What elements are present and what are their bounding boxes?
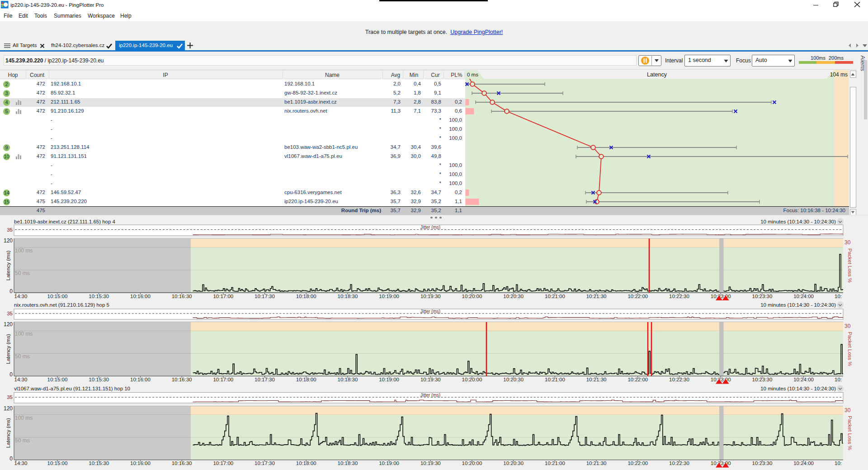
svg-text:14:30: 14:30 xyxy=(14,294,28,299)
svg-text:10:21:00: 10:21:00 xyxy=(545,294,565,299)
svg-text:10:20:00: 10:20:00 xyxy=(462,377,482,382)
svg-text:Jitter (ms): Jitter (ms) xyxy=(420,225,440,230)
svg-text:10:: 10: xyxy=(835,461,842,466)
svg-text:10:17:00: 10:17:00 xyxy=(213,461,233,466)
svg-text:10:17:00: 10:17:00 xyxy=(213,294,233,299)
svg-text:10:23:30: 10:23:30 xyxy=(752,294,773,299)
svg-text:104 ms: 104 ms xyxy=(830,71,848,78)
svg-text:10 minutes (10:14:30 - 10:24:3: 10 minutes (10:14:30 - 10:24:30) xyxy=(760,386,836,391)
svg-text:10:17:30: 10:17:30 xyxy=(255,294,275,299)
svg-text:10:15:30: 10:15:30 xyxy=(89,461,109,466)
svg-text:10:16:30: 10:16:30 xyxy=(172,377,192,382)
svg-text:10:18:30: 10:18:30 xyxy=(338,461,358,466)
svg-text:Jitter (ms): Jitter (ms) xyxy=(420,393,440,398)
svg-text:10:21:00: 10:21:00 xyxy=(545,377,565,382)
svg-text:be1.1019-asbr.inext.cz (212.11: be1.1019-asbr.inext.cz (212.111.1.65) ho… xyxy=(14,219,116,224)
svg-text:10:15:30: 10:15:30 xyxy=(89,377,109,382)
svg-text:0: 0 xyxy=(9,288,13,294)
svg-text:10:24:00: 10:24:00 xyxy=(793,461,814,466)
svg-text:vl1067.waw-d1-a75.pl.eu (91.12: vl1067.waw-d1-a75.pl.eu (91.121.131.151)… xyxy=(14,386,130,391)
svg-text:10:19:30: 10:19:30 xyxy=(420,377,441,382)
svg-text:10:17:30: 10:17:30 xyxy=(255,377,275,382)
svg-text:120: 120 xyxy=(4,321,13,328)
svg-text:10:21:30: 10:21:30 xyxy=(586,377,607,382)
svg-text:30: 30 xyxy=(844,239,851,246)
svg-text:10:20:00: 10:20:00 xyxy=(462,461,482,466)
svg-text:10:18:30: 10:18:30 xyxy=(338,377,358,382)
svg-text:Packet Loss %: Packet Loss % xyxy=(847,248,853,283)
svg-text:0: 0 xyxy=(9,456,13,462)
svg-text:10:20:30: 10:20:30 xyxy=(503,377,524,382)
svg-text:10:23:30: 10:23:30 xyxy=(752,461,773,466)
svg-text:Packet Loss %: Packet Loss % xyxy=(847,416,853,450)
svg-text:50 ms: 50 ms xyxy=(15,353,30,360)
svg-text:Latency (ms): Latency (ms) xyxy=(5,418,11,448)
svg-text:Jitter (ms): Jitter (ms) xyxy=(420,309,440,314)
svg-text:50 ms: 50 ms xyxy=(15,437,30,444)
svg-text:35: 35 xyxy=(7,227,13,233)
svg-text:14:30: 14:30 xyxy=(14,461,28,466)
svg-text:10:18:30: 10:18:30 xyxy=(338,294,358,299)
svg-text:10:21:30: 10:21:30 xyxy=(586,461,607,466)
svg-text:0 ms: 0 ms xyxy=(467,72,478,77)
svg-text:10:22:30: 10:22:30 xyxy=(669,461,689,466)
svg-text:100 ms: 100 ms xyxy=(15,331,33,337)
svg-text:120: 120 xyxy=(4,237,13,244)
svg-text:10:17:00: 10:17:00 xyxy=(213,377,233,382)
svg-text:10:22:30: 10:22:30 xyxy=(669,377,689,382)
svg-text:10:23:30: 10:23:30 xyxy=(752,377,773,382)
svg-text:100 ms: 100 ms xyxy=(15,415,33,421)
svg-text:10:20:30: 10:20:30 xyxy=(503,461,524,466)
svg-text:10:24:00: 10:24:00 xyxy=(793,377,814,382)
svg-text:10:19:00: 10:19:00 xyxy=(379,294,399,299)
svg-text:Latency (ms): Latency (ms) xyxy=(5,334,11,364)
svg-text:10:19:30: 10:19:30 xyxy=(420,461,441,466)
svg-text:0: 0 xyxy=(9,371,13,378)
svg-text:Latency: Latency xyxy=(647,71,667,78)
svg-text:10:18:00: 10:18:00 xyxy=(296,377,316,382)
svg-text:35: 35 xyxy=(7,394,13,400)
svg-text:10 minutes (10:14:30 - 10:24:3: 10 minutes (10:14:30 - 10:24:30) xyxy=(760,219,836,224)
svg-text:10:15:00: 10:15:00 xyxy=(47,377,68,382)
svg-text:10:: 10: xyxy=(835,377,842,382)
svg-text:10:20:30: 10:20:30 xyxy=(503,294,524,299)
svg-text:30: 30 xyxy=(844,323,851,329)
svg-text:10:22:30: 10:22:30 xyxy=(669,294,689,299)
svg-text:14:30: 14:30 xyxy=(14,377,28,382)
svg-text:10:21:00: 10:21:00 xyxy=(545,461,565,466)
svg-text:10:16:00: 10:16:00 xyxy=(130,377,151,382)
svg-text:10:15:30: 10:15:30 xyxy=(89,294,109,299)
svg-text:10:18:00: 10:18:00 xyxy=(296,294,316,299)
svg-text:10:17:30: 10:17:30 xyxy=(255,461,275,466)
svg-text:10:22:00: 10:22:00 xyxy=(627,377,648,382)
svg-text:10:15:00: 10:15:00 xyxy=(47,294,68,299)
svg-text:100 ms: 100 ms xyxy=(15,247,33,254)
svg-text:10:15:00: 10:15:00 xyxy=(47,461,68,466)
svg-text:10:19:00: 10:19:00 xyxy=(379,461,399,466)
svg-text:10:22:00: 10:22:00 xyxy=(627,294,648,299)
svg-text:50 ms: 50 ms xyxy=(15,270,30,276)
svg-text:10:24:00: 10:24:00 xyxy=(793,294,814,299)
svg-text:10:21:30: 10:21:30 xyxy=(586,294,607,299)
svg-text:10:16:30: 10:16:30 xyxy=(172,461,192,466)
svg-text:10:20:00: 10:20:00 xyxy=(462,294,482,299)
svg-text:Latency (ms): Latency (ms) xyxy=(5,251,11,281)
svg-text:10 minutes (10:14:30 - 10:24:3: 10 minutes (10:14:30 - 10:24:30) xyxy=(760,302,836,308)
svg-text:Packet Loss %: Packet Loss % xyxy=(847,332,853,366)
svg-text:10:22:00: 10:22:00 xyxy=(627,461,648,466)
svg-text:120: 120 xyxy=(4,405,13,412)
svg-text:10:: 10: xyxy=(835,294,842,299)
svg-text:35: 35 xyxy=(7,311,13,316)
svg-text:10:18:00: 10:18:00 xyxy=(296,461,316,466)
svg-text:10:16:00: 10:16:00 xyxy=(130,461,151,466)
svg-text:nix.routers.ovh.net (91.210.16: nix.routers.ovh.net (91.210.16.129) hop … xyxy=(14,302,109,308)
svg-text:10:19:30: 10:19:30 xyxy=(420,294,441,299)
svg-text:30: 30 xyxy=(844,407,851,413)
svg-text:10:19:00: 10:19:00 xyxy=(379,377,399,382)
svg-text:10:16:00: 10:16:00 xyxy=(130,294,151,299)
svg-text:10:16:30: 10:16:30 xyxy=(172,294,192,299)
